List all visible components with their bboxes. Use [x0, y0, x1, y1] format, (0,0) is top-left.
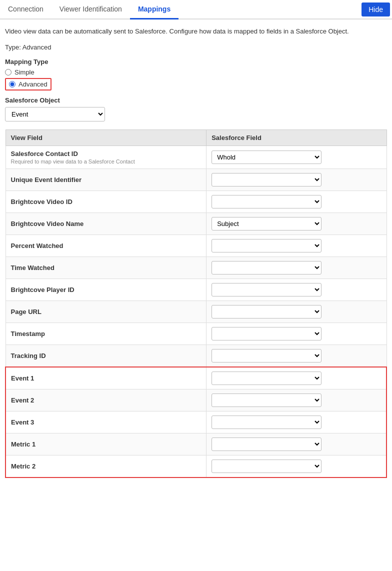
radio-simple[interactable]: Simple	[5, 68, 387, 76]
view-field-cell: Event 3	[6, 411, 206, 433]
salesforce-field-cell[interactable]: WholdSubjectNameDescriptionStatusPriorit…	[206, 278, 386, 300]
salesforce-field-cell[interactable]: WholdSubjectNameDescriptionStatusPriorit…	[206, 168, 386, 190]
salesforce-field-cell[interactable]: WholdSubjectNameDescriptionStatusPriorit…	[206, 256, 386, 278]
salesforce-field-select[interactable]: WholdSubjectNameDescriptionStatusPriorit…	[212, 217, 322, 230]
salesforce-field-cell[interactable]: WholdSubjectNameDescriptionStatusPriorit…	[206, 389, 386, 411]
salesforce-field-select[interactable]: WholdSubjectNameDescriptionStatusPriorit…	[212, 394, 322, 407]
salesforce-field-select[interactable]: WholdSubjectNameDescriptionStatusPriorit…	[212, 261, 322, 274]
hide-button[interactable]: Hide	[362, 2, 390, 16]
salesforce-field-select[interactable]: WholdSubjectNameDescriptionStatusPriorit…	[212, 283, 322, 296]
view-field-cell: Percent Watched	[6, 234, 206, 256]
field-name: Metric 2	[11, 462, 201, 470]
radio-simple-label: Simple	[14, 68, 34, 76]
view-field-cell: Event 2	[6, 389, 206, 411]
mapping-type-group: Simple Advanced	[5, 68, 387, 90]
radio-advanced[interactable]: Advanced	[5, 78, 387, 90]
tab-viewer-identification[interactable]: Viewer Identification	[52, 0, 130, 20]
main-content: Video view data can be automatically sen…	[0, 20, 392, 485]
view-field-cell: Event 1	[6, 367, 206, 390]
view-field-cell: Salesforce Contact IDRequired to map vie…	[6, 146, 206, 168]
field-name: Page URL	[11, 308, 202, 316]
salesforce-field-select[interactable]: WholdSubjectNameDescriptionStatusPriorit…	[212, 173, 322, 186]
salesforce-field-select[interactable]: WholdSubjectNameDescriptionStatusPriorit…	[212, 327, 322, 340]
salesforce-field-cell[interactable]: WholdSubjectNameDescriptionStatusPriorit…	[206, 344, 386, 367]
salesforce-field-cell[interactable]: WholdSubjectNameDescriptionStatusPriorit…	[206, 455, 386, 478]
radio-advanced-input[interactable]	[9, 81, 16, 88]
tab-mappings[interactable]: Mappings	[130, 0, 178, 20]
salesforce-field-cell[interactable]: WholdSubjectNameDescriptionStatusPriorit…	[206, 146, 386, 168]
field-name: Event 1	[11, 374, 201, 382]
table-row: Tracking IDWholdSubjectNameDescriptionSt…	[6, 344, 386, 367]
table-row: Metric 1WholdSubjectNameDescriptionStatu…	[6, 433, 386, 455]
salesforce-field-cell[interactable]: WholdSubjectNameDescriptionStatusPriorit…	[206, 300, 386, 322]
view-field-cell: Timestamp	[6, 322, 206, 344]
table-row: Page URLWholdSubjectNameDescriptionStatu…	[6, 300, 386, 322]
table-row: Brightcove Video IDWholdSubjectNameDescr…	[6, 190, 386, 212]
salesforce-field-cell[interactable]: WholdSubjectNameDescriptionStatusPriorit…	[206, 234, 386, 256]
tab-bar: Connection Viewer Identification Mapping…	[0, 0, 392, 20]
salesforce-object-label: Salesforce Object	[5, 96, 387, 104]
description-text: Video view data can be automatically sen…	[5, 26, 387, 36]
field-name: Brightcove Video ID	[11, 198, 202, 206]
salesforce-field-select[interactable]: WholdSubjectNameDescriptionStatusPriorit…	[212, 416, 322, 429]
radio-advanced-wrapper: Advanced	[5, 78, 52, 90]
table-row: Time WatchedWholdSubjectNameDescriptionS…	[6, 256, 386, 278]
table-row: Brightcove Player IDWholdSubjectNameDesc…	[6, 278, 386, 300]
field-name: Brightcove Player ID	[11, 286, 202, 294]
mapping-type-label: Mapping Type	[5, 58, 387, 66]
radio-advanced-label: Advanced	[18, 80, 48, 88]
salesforce-field-cell[interactable]: WholdSubjectNameDescriptionStatusPriorit…	[206, 411, 386, 433]
view-field-cell: Brightcove Video ID	[6, 190, 206, 212]
field-name: Brightcove Video Name	[11, 220, 202, 228]
view-field-cell: Metric 1	[6, 433, 206, 455]
table-row: Event 1WholdSubjectNameDescriptionStatus…	[6, 367, 386, 390]
view-field-cell: Unique Event Identifier	[6, 168, 206, 190]
salesforce-field-cell[interactable]: WholdSubjectNameDescriptionStatusPriorit…	[206, 367, 386, 390]
field-name: Timestamp	[11, 330, 202, 338]
salesforce-field-select[interactable]: WholdSubjectNameDescriptionStatusPriorit…	[212, 195, 322, 208]
field-name: Metric 1	[11, 440, 201, 448]
view-field-cell: Time Watched	[6, 256, 206, 278]
table-row: Unique Event IdentifierWholdSubjectNameD…	[6, 168, 386, 190]
col-view-field: View Field	[6, 130, 206, 146]
salesforce-field-select[interactable]: WholdSubjectNameDescriptionStatusPriorit…	[212, 460, 322, 473]
table-row: Brightcove Video NameWholdSubjectNameDes…	[6, 212, 386, 234]
view-field-cell: Brightcove Video Name	[6, 212, 206, 234]
table-row: Percent WatchedWholdSubjectNameDescripti…	[6, 234, 386, 256]
salesforce-field-select[interactable]: WholdSubjectNameDescriptionStatusPriorit…	[212, 372, 322, 385]
field-name: Unique Event Identifier	[11, 176, 202, 184]
field-name: Event 3	[11, 418, 201, 426]
salesforce-field-cell[interactable]: WholdSubjectNameDescriptionStatusPriorit…	[206, 433, 386, 455]
salesforce-field-cell[interactable]: WholdSubjectNameDescriptionStatusPriorit…	[206, 190, 386, 212]
salesforce-field-select[interactable]: WholdSubjectNameDescriptionStatusPriorit…	[212, 239, 322, 252]
field-name: Time Watched	[11, 264, 202, 272]
table-row: TimestampWholdSubjectNameDescriptionStat…	[6, 322, 386, 344]
type-info-text: Type: Advanced	[5, 44, 387, 51]
field-name: Tracking ID	[11, 352, 202, 360]
salesforce-field-cell[interactable]: WholdSubjectNameDescriptionStatusPriorit…	[206, 322, 386, 344]
salesforce-object-select[interactable]: Event Task Contact Lead	[5, 107, 105, 122]
view-field-cell: Brightcove Player ID	[6, 278, 206, 300]
field-name: Event 2	[11, 396, 201, 404]
salesforce-field-cell[interactable]: WholdSubjectNameDescriptionStatusPriorit…	[206, 212, 386, 234]
salesforce-field-select[interactable]: WholdSubjectNameDescriptionStatusPriorit…	[212, 150, 322, 164]
view-field-cell: Tracking ID	[6, 344, 206, 367]
col-salesforce-field: Salesforce Field	[206, 130, 386, 146]
view-field-cell: Page URL	[6, 300, 206, 322]
radio-simple-input[interactable]	[5, 69, 12, 76]
table-row: Event 3WholdSubjectNameDescriptionStatus…	[6, 411, 386, 433]
table-row: Metric 2WholdSubjectNameDescriptionStatu…	[6, 455, 386, 478]
salesforce-field-select[interactable]: WholdSubjectNameDescriptionStatusPriorit…	[212, 305, 322, 318]
field-name: Salesforce Contact ID	[11, 150, 202, 158]
table-row: Event 2WholdSubjectNameDescriptionStatus…	[6, 389, 386, 411]
view-field-cell: Metric 2	[6, 455, 206, 478]
field-name: Percent Watched	[11, 242, 202, 250]
mapping-table: View Field Salesforce Field Salesforce C…	[5, 130, 387, 478]
tab-connection[interactable]: Connection	[0, 0, 52, 20]
event-metric-group: Event 1WholdSubjectNameDescriptionStatus…	[6, 367, 386, 478]
salesforce-field-select[interactable]: WholdSubjectNameDescriptionStatusPriorit…	[212, 349, 322, 362]
field-description: Required to map view data to a Salesforc…	[11, 158, 202, 164]
table-row: Salesforce Contact IDRequired to map vie…	[6, 146, 386, 168]
salesforce-field-select[interactable]: WholdSubjectNameDescriptionStatusPriorit…	[212, 438, 322, 451]
